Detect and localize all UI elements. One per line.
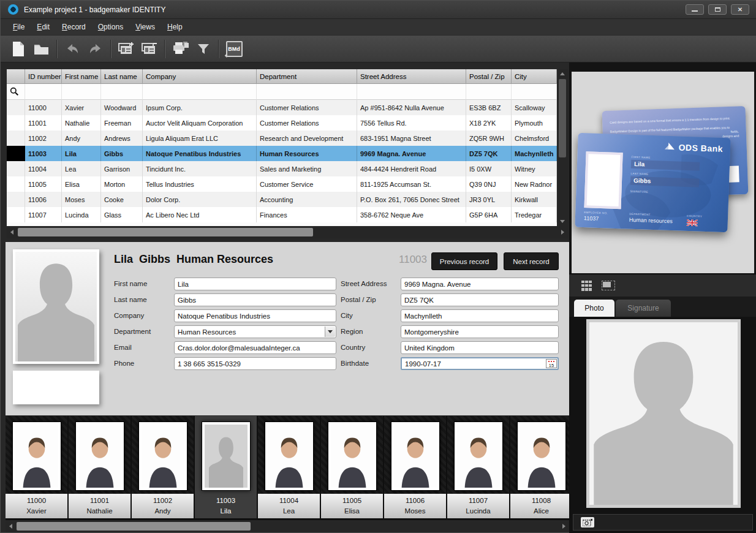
table-cell[interactable]: Cooke <box>101 192 143 207</box>
tab-signature[interactable]: Signature <box>616 300 671 317</box>
column-header-first-name[interactable]: First name <box>62 69 101 84</box>
grid-vscroll-thumb[interactable] <box>559 79 566 157</box>
strip-hscroll-thumb[interactable] <box>17 522 251 531</box>
capture-photo-button[interactable] <box>581 517 594 527</box>
scroll-down-arrow-icon[interactable] <box>560 220 565 223</box>
filter-cell[interactable] <box>466 84 512 100</box>
next-record-button[interactable]: Next record <box>504 252 559 270</box>
table-cell[interactable]: 11006 <box>25 192 62 207</box>
search-cell[interactable] <box>7 84 25 100</box>
table-cell[interactable]: DZ5 7QK <box>466 146 512 161</box>
undo-button[interactable] <box>61 38 84 60</box>
previous-record-button[interactable]: Previous record <box>431 252 497 270</box>
add-record-button[interactable] <box>115 38 138 60</box>
table-row[interactable]: 11005ElisaMortonTellus IndustriesCustome… <box>7 176 557 192</box>
table-cell[interactable]: 11004 <box>25 161 62 176</box>
menu-views[interactable]: Views <box>129 20 161 34</box>
table-cell[interactable]: 358-6762 Neque Ave <box>357 207 466 222</box>
grid-view-icon[interactable] <box>581 281 592 291</box>
table-cell[interactable]: Xavier <box>62 100 101 115</box>
table-cell[interactable]: Q39 0NJ <box>466 176 512 192</box>
phone-field[interactable]: 1 38 665 3515-0329 <box>174 357 336 370</box>
scroll-left-arrow-icon[interactable] <box>9 524 12 529</box>
row-header-cell[interactable] <box>7 161 25 176</box>
minimize-button[interactable] <box>686 4 704 15</box>
table-cell[interactable]: Tellus Industries <box>143 176 257 192</box>
table-cell[interactable]: Witney <box>512 161 557 176</box>
table-cell[interactable]: New Radnor <box>512 176 557 192</box>
table-cell[interactable]: 484-4424 Hendrerit Road <box>357 161 466 176</box>
filter-cell[interactable] <box>357 84 466 100</box>
first-name-field[interactable]: Lila <box>174 278 336 290</box>
menu-options[interactable]: Options <box>92 20 129 34</box>
table-cell[interactable]: Andrews <box>101 130 143 146</box>
remove-record-button[interactable] <box>138 38 161 60</box>
table-cell[interactable]: ES3B 6BZ <box>466 100 512 115</box>
print-button[interactable] <box>168 38 192 60</box>
region-field[interactable]: Montgomeryshire <box>401 325 559 338</box>
table-cell[interactable]: Lila <box>62 146 101 161</box>
city-field[interactable]: Machynlleth <box>401 309 559 322</box>
table-cell[interactable]: 683-1951 Magna Street <box>357 130 466 146</box>
filter-button[interactable] <box>192 38 215 60</box>
table-cell[interactable]: Freeman <box>101 115 143 130</box>
badgemaker-design-button[interactable]: BMd <box>222 38 246 60</box>
table-cell[interactable]: G5P 6HA <box>466 207 512 222</box>
table-cell[interactable]: Glass <box>101 207 143 222</box>
last-name-field[interactable]: Gibbs <box>174 293 336 306</box>
table-row[interactable]: 11001NathalieFreemanAuctor Velit Aliquam… <box>7 115 557 130</box>
table-cell[interactable]: Accounting <box>257 192 357 207</box>
column-header-id-number[interactable]: ID number <box>25 69 62 84</box>
email-field[interactable]: Cras.dolor.dolor@malesuadaInteger.ca <box>174 341 336 354</box>
scroll-left-arrow-icon[interactable] <box>10 230 13 235</box>
table-cell[interactable]: 11003 <box>25 146 62 161</box>
open-project-button[interactable] <box>30 38 53 60</box>
row-header-cell[interactable] <box>7 207 25 222</box>
department-field[interactable]: Human Resources <box>174 325 336 338</box>
row-header-cell[interactable] <box>7 176 25 192</box>
table-cell[interactable]: Andy <box>62 130 101 146</box>
photo-placeholder-large[interactable] <box>586 319 741 508</box>
filter-cell[interactable] <box>143 84 257 100</box>
table-cell[interactable]: Customer Relations <box>257 115 357 130</box>
grid-vertical-scrollbar[interactable] <box>557 69 568 226</box>
table-cell[interactable]: ZQ5R 9WH <box>466 130 512 146</box>
row-header-cell[interactable] <box>7 115 25 130</box>
table-cell[interactable]: Ligula Aliquam Erat LLC <box>143 130 257 146</box>
filter-cell[interactable] <box>25 84 62 100</box>
column-header-company[interactable]: Company <box>143 69 257 84</box>
table-cell[interactable]: 7556 Tellus Rd. <box>357 115 466 130</box>
table-cell[interactable]: Natoque Penatibus Industries <box>143 146 257 161</box>
thumbnail-11005[interactable]: 11005Elisa <box>321 416 383 518</box>
table-cell[interactable]: Sales and Marketing <box>257 161 357 176</box>
table-cell[interactable]: Nathalie <box>62 115 101 130</box>
table-cell[interactable]: 811-1925 Accumsan St. <box>357 176 466 192</box>
thumbnail-11001[interactable]: 11001Nathalie <box>69 416 130 518</box>
table-cell[interactable]: Scalloway <box>512 100 557 115</box>
table-cell[interactable]: Customer Service <box>257 176 357 192</box>
dropdown-button[interactable] <box>325 327 335 337</box>
close-button[interactable]: ✕ <box>731 4 749 15</box>
column-header-city[interactable]: City <box>512 69 557 84</box>
column-header-last-name[interactable]: Last name <box>101 69 143 84</box>
table-cell[interactable]: Lucinda <box>62 207 101 222</box>
menu-file[interactable]: File <box>7 20 31 34</box>
table-cell[interactable]: 11007 <box>25 207 62 222</box>
row-header-cell[interactable] <box>7 130 25 146</box>
table-cell[interactable]: Finances <box>257 207 357 222</box>
card-front-preview[interactable]: ODS Bank FIRST NAME Lila LAST NAME Gibbs… <box>575 133 730 233</box>
row-header-cell[interactable] <box>7 100 25 115</box>
menu-edit[interactable]: Edit <box>31 20 56 34</box>
detail-signature-placeholder[interactable] <box>13 371 99 404</box>
row-header-cell[interactable] <box>7 146 25 161</box>
table-cell[interactable]: JR3 0YL <box>466 192 512 207</box>
table-cell[interactable]: 11000 <box>25 100 62 115</box>
table-row[interactable]: 11006MosesCookeDolor Corp.AccountingP.O.… <box>7 192 557 207</box>
detail-photo-placeholder[interactable] <box>13 249 99 364</box>
company-field[interactable]: Natoque Penatibus Industries <box>174 309 336 322</box>
grid-horizontal-scrollbar[interactable] <box>7 226 568 238</box>
scroll-right-arrow-icon[interactable] <box>561 230 564 235</box>
table-cell[interactable]: Kirkwall <box>512 192 557 207</box>
thumbnail-11004[interactable]: 11004Lea <box>258 416 320 518</box>
filter-cell[interactable] <box>62 84 101 100</box>
